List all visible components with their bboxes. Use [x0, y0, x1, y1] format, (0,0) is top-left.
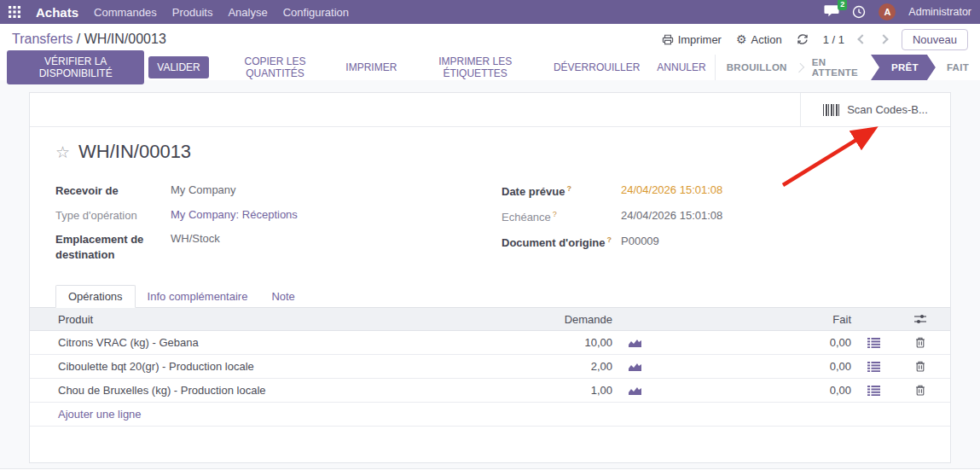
help-icon: ?: [553, 210, 557, 218]
optional-columns-icon[interactable]: [890, 314, 950, 324]
done-cell[interactable]: 0,00: [652, 360, 856, 373]
field-label-echeance: Echéance?: [502, 209, 621, 225]
apps-grid-icon[interactable]: [9, 6, 20, 18]
notebook-tabs: Opérations Info complémentaire Note: [30, 285, 950, 308]
form-fields: Recevoir de My Company Type d'opération …: [55, 183, 925, 271]
pager-next-icon[interactable]: [879, 34, 888, 44]
record-title: WH/IN/00013: [78, 141, 191, 163]
column-header-demande[interactable]: Demande: [515, 313, 618, 326]
breadcrumb-separator: /: [72, 32, 84, 46]
form-sheet: Scan Codes-B... ☆ WH/IN/00013 Recevoir d…: [29, 92, 951, 463]
breadcrumb: Transferts / WH/IN/00013: [12, 32, 166, 47]
help-icon: ?: [607, 235, 612, 244]
product-cell[interactable]: Ciboulette bqt 20(gr) - Production local…: [30, 360, 515, 373]
column-header-fait[interactable]: Fait: [652, 313, 856, 326]
unlock-button[interactable]: DÉVERROUILLER: [545, 56, 648, 78]
delete-row-trash-icon[interactable]: [890, 385, 950, 396]
demand-cell[interactable]: 1,00: [515, 384, 618, 397]
table-row: Citrons VRAC (kg) - Gebana 10,00 0,00: [30, 331, 950, 355]
app-name[interactable]: Achats: [36, 5, 78, 20]
table-header-row: Produit Demande Fait: [30, 308, 950, 331]
field-label-date-prevue: Date prévue?: [502, 183, 621, 200]
product-cell[interactable]: Citrons VRAC (kg) - Gebana: [30, 336, 515, 349]
action-button-row: VÉRIFIER LA DISPONIBILITÉ VALIDER COPIER…: [0, 55, 980, 80]
field-value-scheduled-date[interactable]: 24/04/2026 15:01:08: [621, 183, 925, 196]
field-label-recevoir-de: Recevoir de: [55, 183, 171, 199]
tab-operations[interactable]: Opérations: [55, 285, 136, 308]
print-button[interactable]: Imprimer: [662, 33, 722, 46]
menu-produits[interactable]: Produits: [172, 6, 213, 19]
new-button[interactable]: Nouveau: [902, 29, 968, 50]
done-cell[interactable]: 0,00: [652, 336, 856, 349]
pager-previous-icon[interactable]: [857, 34, 867, 44]
demand-cell[interactable]: 2,00: [515, 360, 618, 373]
demand-cell[interactable]: 10,00: [515, 336, 618, 349]
validate-button[interactable]: VALIDER: [148, 56, 208, 78]
user-avatar[interactable]: A: [879, 3, 896, 20]
operations-table: Produit Demande Fait Citrons VRAC (kg) -…: [30, 308, 950, 427]
field-value-operation-type[interactable]: My Company: Réceptions: [171, 208, 486, 221]
detailed-operations-icon[interactable]: [856, 362, 890, 372]
state-fait[interactable]: FAIT: [936, 55, 980, 80]
column-header-produit[interactable]: Produit: [30, 313, 515, 326]
field-label-type-operation: Type d'opération: [55, 208, 171, 223]
top-nav-bar: Achats Commandes Produits Analyse Config…: [0, 0, 980, 24]
done-cell[interactable]: 0,00: [652, 384, 856, 397]
action-label: Action: [751, 33, 782, 46]
forecast-chart-icon[interactable]: [618, 386, 652, 396]
breadcrumb-transferts-link[interactable]: Transferts: [12, 32, 72, 46]
field-value-source-document[interactable]: P00009: [621, 235, 925, 247]
state-pret-active[interactable]: PRÊT: [871, 55, 936, 80]
pager: 1 / 1: [823, 33, 844, 46]
add-line-link[interactable]: Ajouter une ligne: [30, 403, 950, 427]
field-value-partner[interactable]: My Company: [171, 183, 486, 196]
field-value-deadline[interactable]: 24/04/2026 15:01:08: [621, 209, 925, 222]
button-box: Scan Codes-B...: [30, 93, 950, 127]
menu-analyse[interactable]: Analyse: [228, 6, 267, 19]
cancel-button[interactable]: ANNULER: [648, 56, 714, 78]
detailed-operations-icon[interactable]: [856, 386, 890, 396]
scan-barcodes-button[interactable]: Scan Codes-B...: [800, 93, 950, 126]
tab-info-complementaire[interactable]: Info complémentaire: [136, 286, 260, 307]
menu-commandes[interactable]: Commandes: [94, 6, 157, 19]
check-availability-button[interactable]: VÉRIFIER LA DISPONIBILITÉ: [7, 50, 144, 84]
delete-row-trash-icon[interactable]: [890, 361, 950, 372]
breadcrumb-current: WH/IN/00013: [84, 32, 166, 46]
state-brouillon[interactable]: BROUILLON: [716, 55, 798, 80]
activities-clock-icon[interactable]: [852, 5, 866, 19]
tab-note[interactable]: Note: [259, 286, 306, 307]
detailed-operations-icon[interactable]: [856, 338, 890, 348]
table-row: Ciboulette bqt 20(gr) - Production local…: [30, 355, 950, 379]
printer-icon: [662, 34, 674, 45]
gear-icon: ⚙: [736, 33, 747, 45]
barcode-icon: [823, 104, 840, 116]
table-row: Chou de Bruxelles (kg) - Production loca…: [30, 379, 950, 403]
form-view: Scan Codes-B... ☆ WH/IN/00013 Recevoir d…: [0, 80, 980, 468]
messages-count-badge: 2: [838, 0, 847, 10]
favorite-star-icon[interactable]: ☆: [55, 144, 70, 160]
state-en-attente[interactable]: EN ATTENTE: [801, 55, 871, 80]
print-label: Imprimer: [678, 33, 722, 46]
delete-row-trash-icon[interactable]: [890, 337, 950, 348]
forecast-chart-icon[interactable]: [618, 338, 652, 348]
messages-icon[interactable]: 2: [824, 4, 839, 20]
scan-barcodes-label: Scan Codes-B...: [847, 103, 928, 116]
product-cell[interactable]: Chou de Bruxelles (kg) - Production loca…: [30, 384, 515, 397]
user-name[interactable]: Administrator: [908, 6, 971, 18]
refresh-button[interactable]: [797, 33, 809, 45]
chatter: Envoyer un message Enregistrer une note …: [0, 468, 980, 476]
forecast-chart-icon[interactable]: [618, 362, 652, 372]
menu-configuration[interactable]: Configuration: [283, 6, 349, 19]
statusbar: BROUILLON EN ATTENTE PRÊT FAIT: [715, 55, 980, 80]
print-labels-button[interactable]: IMPRIMER LES ÉTIQUETTES: [405, 50, 545, 84]
action-menu-button[interactable]: ⚙ Action: [736, 33, 782, 46]
help-icon: ?: [566, 184, 571, 193]
copy-quantities-button[interactable]: COPIER LES QUANTITÉS: [213, 50, 338, 84]
field-label-emplacement-destination: Emplacement de destination: [55, 232, 171, 262]
field-label-document-origine: Document d'origine?: [502, 235, 621, 251]
print-operation-button[interactable]: IMPRIMER: [337, 56, 405, 78]
field-value-destination-location[interactable]: WH/Stock: [171, 232, 486, 245]
